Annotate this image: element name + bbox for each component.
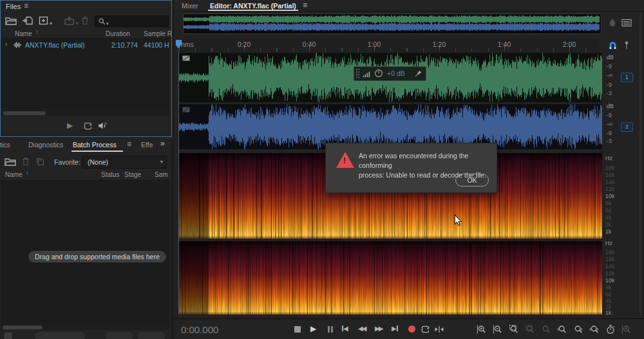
spectral-channel-2[interactable] bbox=[179, 241, 602, 315]
files-panel-menu-icon[interactable]: ≡ bbox=[24, 2, 28, 10]
import-file-icon[interactable] bbox=[22, 16, 33, 25]
rewind-button[interactable]: ◀◀ bbox=[358, 325, 365, 332]
skip-selection-button[interactable] bbox=[434, 325, 444, 333]
file-row[interactable]: › ANXTY.flac (Partial) 2:10.774 44100 H bbox=[1, 40, 169, 50]
files-col-name[interactable]: Name bbox=[15, 30, 32, 37]
spectral-display-toggle-icon[interactable] bbox=[607, 17, 618, 28]
batch-copy-icon[interactable] bbox=[35, 157, 44, 166]
tab-effects-partial[interactable]: Effe bbox=[141, 141, 153, 149]
zoom-in-amplitude-button[interactable] bbox=[477, 324, 487, 334]
overview-waveform bbox=[184, 14, 600, 32]
play-button[interactable]: ▶ bbox=[310, 325, 316, 333]
batch-col-name[interactable]: Name bbox=[5, 171, 23, 178]
batch-panel-menu-icon[interactable]: ≡ bbox=[127, 140, 131, 148]
ok-button[interactable]: OK bbox=[455, 174, 489, 187]
warning-exclamation: ! bbox=[343, 156, 346, 165]
insert-multitrack-icon[interactable] bbox=[64, 16, 75, 25]
pause-button[interactable] bbox=[328, 326, 333, 334]
editor-panel-menu-icon[interactable]: ≡ bbox=[303, 1, 307, 9]
batch-col-stage[interactable]: Stage bbox=[124, 171, 141, 178]
zoom-out-amplitude-button[interactable] bbox=[493, 324, 503, 334]
files-autoplay-speaker-icon[interactable] bbox=[97, 122, 108, 130]
zoom-to-selection-button[interactable] bbox=[509, 324, 519, 334]
files-list: › ANXTY.flac (Partial) 2:10.774 44100 H bbox=[1, 38, 169, 111]
delete-file-icon[interactable] bbox=[80, 16, 90, 25]
files-play-button[interactable]: ▶ bbox=[67, 122, 73, 129]
new-item-caret-icon[interactable]: ▾ bbox=[50, 21, 52, 26]
overview-navigator[interactable] bbox=[183, 14, 601, 34]
tab-batch-process[interactable]: Batch Process bbox=[73, 141, 117, 149]
tab-mixer[interactable]: Mixer bbox=[182, 2, 198, 10]
insert-caret-icon[interactable]: ▾ bbox=[76, 21, 79, 26]
hud-pin-icon[interactable] bbox=[414, 69, 422, 78]
tab-diagnostics[interactable]: Diagnostics bbox=[28, 141, 63, 149]
zoom-in-time-button-disabled[interactable] bbox=[525, 324, 535, 334]
audio-file-icon bbox=[13, 42, 22, 48]
marker-icon[interactable] bbox=[622, 41, 631, 50]
loop-playback-button[interactable] bbox=[421, 325, 430, 334]
channel-2-badge[interactable]: 2 bbox=[621, 122, 633, 132]
tab-editor[interactable]: Editor: ANXTY.flac (Partial) bbox=[210, 2, 296, 10]
files-hscrollbar[interactable] bbox=[1, 111, 169, 116]
batch-footer-button[interactable] bbox=[35, 332, 85, 339]
favorite-value: (None) bbox=[88, 158, 108, 166]
files-col-samplerate[interactable]: Sample R bbox=[144, 30, 172, 37]
ruler-unit: hms bbox=[181, 41, 194, 48]
hz-scale-label: 2k bbox=[605, 221, 612, 228]
spectral-ch2-canvas bbox=[179, 241, 602, 315]
files-panel: Files ≡ ▾ ▾ ▾ Name ↑ Duration Sample R ›… bbox=[0, 0, 172, 137]
db-scale-label: -9 bbox=[607, 63, 612, 69]
open-file-icon[interactable] bbox=[5, 16, 17, 25]
timeline-ruler[interactable]: hms 0:20 0:40 1:00 1:20 1:40 2:00 bbox=[179, 39, 599, 51]
zoom-selection-time-button[interactable]: ‹› bbox=[589, 324, 600, 334]
new-item-icon[interactable] bbox=[39, 16, 49, 25]
batch-col-sample[interactable]: Sam bbox=[155, 171, 168, 178]
hz-scale-label: 10k bbox=[605, 193, 615, 199]
time-display[interactable]: 0:00.000 bbox=[181, 324, 218, 335]
go-to-end-button[interactable]: ▶ bbox=[392, 325, 398, 332]
zoom-out-full-button-disabled[interactable] bbox=[621, 324, 632, 334]
db-scale-label: -9 bbox=[607, 130, 612, 136]
go-to-start-button[interactable]: ◀ bbox=[342, 325, 348, 332]
tab-partial-left[interactable]: tics bbox=[0, 141, 10, 149]
file-name[interactable]: ANXTY.flac (Partial) bbox=[25, 41, 85, 49]
hud-levels-icon bbox=[363, 70, 371, 78]
zoom-at-out-point-button[interactable]: › bbox=[573, 324, 583, 334]
batch-delete-icon[interactable] bbox=[21, 157, 30, 166]
zoom-reset-button[interactable] bbox=[605, 324, 616, 334]
favorite-select[interactable]: (None) ▾ bbox=[82, 156, 167, 169]
batch-footer-button2[interactable] bbox=[106, 332, 133, 339]
tab-overflow-icon[interactable]: » bbox=[160, 140, 165, 147]
hud-gain-knob-icon[interactable] bbox=[374, 69, 383, 78]
hud-gain-value[interactable]: +0 dB bbox=[387, 69, 405, 77]
batch-footer-checkbox[interactable] bbox=[5, 333, 12, 339]
files-loop-icon[interactable] bbox=[83, 122, 93, 131]
favorite-label: Favorite: bbox=[54, 158, 80, 166]
playhead-marker[interactable] bbox=[176, 40, 182, 45]
batch-footer-button3[interactable] bbox=[138, 332, 165, 339]
expand-icon[interactable]: › bbox=[5, 41, 7, 48]
zoom-out-time-button-disabled[interactable] bbox=[541, 324, 551, 334]
error-dialog: ! An error was encountered during the co… bbox=[325, 143, 497, 193]
stop-button[interactable] bbox=[294, 326, 301, 333]
editor-tabbar: Mixer Editor: ANXTY.flac (Partial) ≡ bbox=[174, 0, 644, 12]
batch-open-icon[interactable] bbox=[5, 157, 16, 166]
editor-vscrollbar[interactable] bbox=[639, 13, 641, 315]
hud-grip[interactable] bbox=[355, 68, 360, 79]
zoom-at-in-point-button[interactable]: ‹ bbox=[557, 324, 567, 334]
snap-toggle-icon[interactable] bbox=[608, 41, 618, 50]
fast-forward-button[interactable]: ▶▶ bbox=[375, 325, 382, 332]
batch-hscrollbar[interactable] bbox=[1, 325, 169, 330]
waveform-display-toggle-icon[interactable] bbox=[621, 19, 632, 27]
files-col-duration[interactable]: Duration bbox=[106, 30, 130, 37]
channel1-options-icon[interactable] bbox=[182, 55, 190, 61]
db-scale-label: dB bbox=[607, 54, 614, 60]
search-caret-icon[interactable]: ▾ bbox=[106, 21, 109, 26]
channel-1-badge[interactable]: 1 bbox=[621, 73, 633, 82]
channel2-options-icon[interactable] bbox=[182, 107, 190, 113]
files-search-input[interactable]: ▾ bbox=[95, 15, 169, 27]
record-button[interactable] bbox=[408, 325, 415, 333]
favorite-chevron-icon: ▾ bbox=[160, 160, 163, 165]
batch-col-status[interactable]: Status bbox=[101, 171, 119, 178]
volume-hud[interactable]: +0 dB bbox=[354, 66, 426, 81]
